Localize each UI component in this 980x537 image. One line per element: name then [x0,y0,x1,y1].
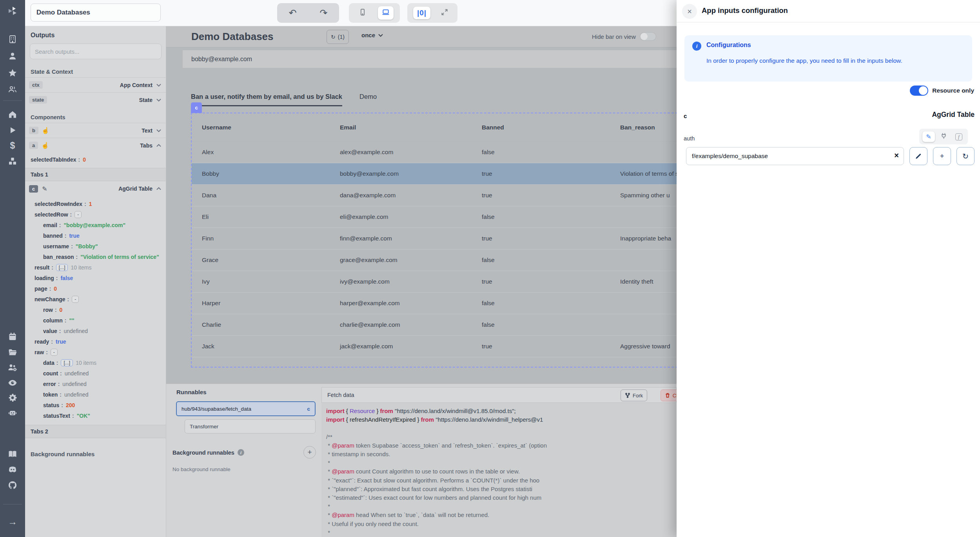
collapse-object-chip[interactable]: - [74,211,82,218]
column-header[interactable]: Email [330,124,472,131]
table-cell: false [472,149,610,156]
desktop-view-icon[interactable] [378,6,394,20]
table-row[interactable]: Gracegrace@example.comfalse [192,249,677,271]
column-header[interactable]: Banned [472,124,610,131]
tab-ban-a-user[interactable]: Ban a user, notify them by email, and us… [191,88,342,106]
static-value-icon[interactable]: ✎ [922,131,935,142]
c-type-label: AgGrid Table [118,186,152,192]
chevron-down-icon[interactable] [156,127,162,134]
collapse-object-chip[interactable]: - [72,296,79,303]
selected-component-chip[interactable]: c [191,102,202,113]
user-icon[interactable] [7,51,18,61]
background-runnables-title: Background runnables i [172,449,244,456]
discord-icon[interactable] [7,464,18,475]
close-icon[interactable]: × [682,4,697,19]
gear-icon[interactable] [7,393,18,403]
center-align-icon[interactable]: |0| [413,7,430,19]
calendar-icon[interactable] [7,331,18,342]
hide-bar-toggle[interactable] [640,32,656,41]
table-cell: jack@example.com [330,343,472,350]
table-row[interactable]: Finnfinn@example.comtrueInappropriate be… [192,228,677,249]
runnable-item-transformer[interactable]: Transformer [185,419,316,433]
undo-icon[interactable]: ↶ [289,7,296,18]
table-row[interactable]: Jackjack@example.comtrueAggressive towar… [192,336,677,357]
app-name-input[interactable] [31,4,161,22]
dollar-icon[interactable]: $ [7,140,18,151]
runnable-item-selected[interactable]: hub/943/supabase/fetch_data c [176,401,316,416]
table-row[interactable]: Bobbybobby@example.comtrueViolation of t… [192,163,677,185]
add-background-runnable-button[interactable]: + [303,446,316,459]
table-row[interactable]: Danadana@example.comtrueSpamming other u [192,185,677,206]
delete-button[interactable]: Cl [661,390,677,401]
table-row[interactable]: Alexalex@example.comfalse [192,142,677,163]
app-window: $ → [0,0,980,537]
eye-icon[interactable] [7,378,18,388]
table-cell: Bobby [192,170,330,177]
tabs1-header[interactable]: Tabs 1 [25,168,166,181]
resource-only-toggle[interactable] [910,86,928,96]
output-tree-row: value:undefined [31,326,166,336]
tab-demo[interactable]: Demo [359,88,377,106]
table-row[interactable]: Ivyivy@example.comtrueIdentity theft [192,271,677,293]
edit-resource-button[interactable] [909,147,927,165]
code-line: * timestamp in seconds. [326,450,677,459]
expand-icon[interactable] [437,6,452,20]
eval-input-icon[interactable]: f [953,131,965,142]
github-icon[interactable] [7,480,18,490]
expand-array-chip[interactable]: [...] [61,359,73,366]
component-row-a[interactable]: a ☝ Tabs [25,138,166,153]
table-row[interactable]: Harperharper@example.comfalse [192,293,677,314]
table-row[interactable]: Charliecharlie@example.comfalse [192,314,677,336]
pencil-icon[interactable]: ✎ [42,185,47,193]
home-icon[interactable] [7,109,18,120]
run-mode-value: once [361,32,375,38]
output-value: false [60,275,73,281]
robot-icon[interactable] [7,408,18,418]
user-group-icon[interactable] [7,84,18,95]
arrow-right-icon[interactable]: → [7,517,18,527]
users-settings-icon[interactable] [7,362,18,373]
component-row-c[interactable]: c ✎ AgGrid Table [25,181,166,196]
add-resource-button[interactable]: + [933,147,951,165]
clear-icon[interactable]: × [894,151,899,160]
mobile-view-icon[interactable] [356,6,370,20]
refresh-button[interactable]: ↻ (1) [327,30,349,44]
boxes-icon[interactable] [7,156,18,166]
redo-icon[interactable]: ↷ [319,7,327,18]
star-icon[interactable] [7,68,18,78]
column-header[interactable]: Ban_reason [610,124,677,131]
expand-array-chip[interactable]: [...] [56,264,68,271]
run-mode-select[interactable]: once [361,32,384,38]
output-row-ctx[interactable]: ctx App Context [25,77,166,92]
refresh-resource-button[interactable]: ↻ [956,147,975,165]
collapse-object-chip[interactable]: - [51,349,58,356]
code-editor[interactable]: import { Resource } from "https://deno.l… [321,403,677,537]
windmill-logo-icon[interactable] [7,6,18,16]
chevron-up-icon[interactable] [156,142,162,149]
table-cell: false [472,300,610,307]
tabs2-header[interactable]: Tabs 2 [25,425,166,438]
text-component[interactable]: bobby@example.com [183,50,677,68]
output-tree-row: ready:true [31,336,166,347]
output-row-state[interactable]: state State [25,92,166,107]
column-header[interactable]: Username [192,124,330,131]
chevron-up-icon[interactable] [156,186,162,192]
search-outputs-input[interactable] [30,44,162,59]
hide-bar-setting: Hide bar on view [592,32,656,41]
chevron-down-icon[interactable] [156,97,162,103]
bottom-panel: Runnables hub/943/supabase/fetch_data c … [166,384,677,537]
chevron-down-icon[interactable] [156,82,162,88]
component-row-b[interactable]: b ☝ Text [25,123,166,138]
connect-input-icon[interactable] [938,131,949,142]
fork-button[interactable]: Fork [621,390,647,401]
book-icon[interactable] [7,449,18,459]
output-value: undefined [65,370,89,377]
folder-open-icon[interactable] [7,347,18,357]
building-icon[interactable] [7,34,18,44]
script-name: Fetch data [327,392,354,398]
table-row[interactable]: Elieli@example.comfalse [192,206,677,228]
resource-path-input[interactable]: f/examples/demo_supabase × [686,147,904,165]
play-icon[interactable] [7,125,18,135]
output-value: "Violation of terms of service" [80,254,159,260]
table-cell: finn@example.com [330,235,472,242]
